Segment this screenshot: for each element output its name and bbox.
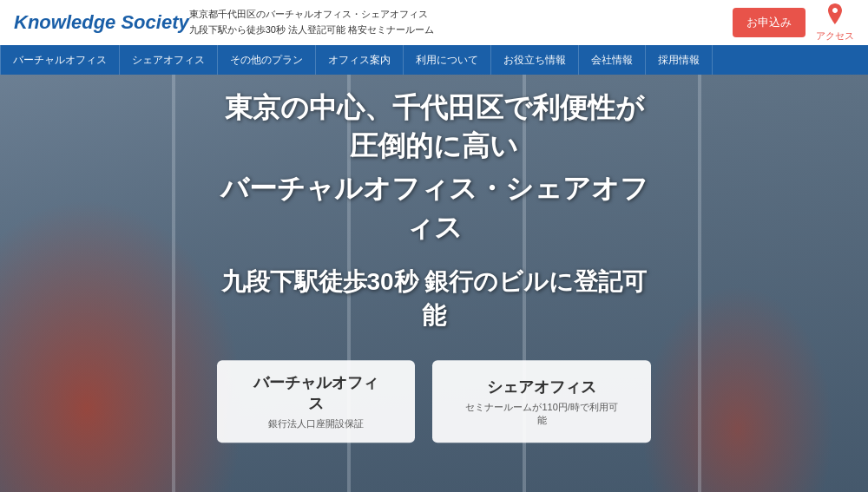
site-logo[interactable]: Knowledge Society xyxy=(14,11,189,34)
access-button[interactable]: アクセス xyxy=(816,3,854,43)
share-office-sub: セミナールームが110円/時で利用可能 xyxy=(464,401,620,427)
hero-title-line2: バーチャルオフィス・シェアオフィス xyxy=(217,169,651,247)
virtual-office-button[interactable]: バーチャルオフィス 銀行法人口座開設保証 xyxy=(217,360,415,443)
tagline-line1: 東京都千代田区のバーチャルオフィス・シェアオフィス xyxy=(189,7,733,23)
hero-section: 東京の中心、千代田区で利便性が圧倒的に高い バーチャルオフィス・シェアオフィス … xyxy=(0,75,868,492)
virtual-office-sub: 銀行法人口座開設保証 xyxy=(248,417,384,430)
share-office-button[interactable]: シェアオフィス セミナールームが110円/時で利用可能 xyxy=(432,360,651,443)
tagline-line2: 九段下駅から徒歩30秒 法人登記可能 格安セミナールーム xyxy=(189,23,733,38)
nav-item-share-office[interactable]: シェアオフィス xyxy=(120,45,218,75)
main-nav: バーチャルオフィス シェアオフィス その他のプラン オフィス案内 利用について … xyxy=(0,45,868,75)
hero-title-line3: 九段下駅徒歩30秒 銀行のビルに登記可能 xyxy=(217,265,651,332)
share-office-label: シェアオフィス xyxy=(464,377,620,397)
hero-content: 東京の中心、千代田区で利便性が圧倒的に高い バーチャルオフィス・シェアオフィス … xyxy=(217,89,651,443)
nav-item-recruitment[interactable]: 採用情報 xyxy=(646,45,713,75)
nav-item-office-info[interactable]: オフィス案内 xyxy=(316,45,404,75)
header-buttons: お申込み アクセス xyxy=(733,3,854,43)
nav-item-other-plans[interactable]: その他のプラン xyxy=(218,45,316,75)
nav-item-virtual-office[interactable]: バーチャルオフィス xyxy=(0,45,120,75)
apply-button[interactable]: お申込み xyxy=(733,8,806,37)
hero-title-line1: 東京の中心、千代田区で利便性が圧倒的に高い xyxy=(217,89,651,167)
access-label: アクセス xyxy=(816,30,854,43)
nav-item-useful-info[interactable]: お役立ち情報 xyxy=(491,45,579,75)
site-header: Knowledge Society 東京都千代田区のバーチャルオフィス・シェアオ… xyxy=(0,0,868,45)
nav-item-company[interactable]: 会社情報 xyxy=(579,45,646,75)
nav-item-usage[interactable]: 利用について xyxy=(404,45,491,75)
header-tagline: 東京都千代田区のバーチャルオフィス・シェアオフィス 九段下駅から徒歩30秒 法人… xyxy=(189,7,733,37)
hero-buttons: バーチャルオフィス 銀行法人口座開設保証 シェアオフィス セミナールームが110… xyxy=(217,360,651,443)
map-pin-icon xyxy=(825,3,845,30)
virtual-office-label: バーチャルオフィス xyxy=(248,372,384,414)
